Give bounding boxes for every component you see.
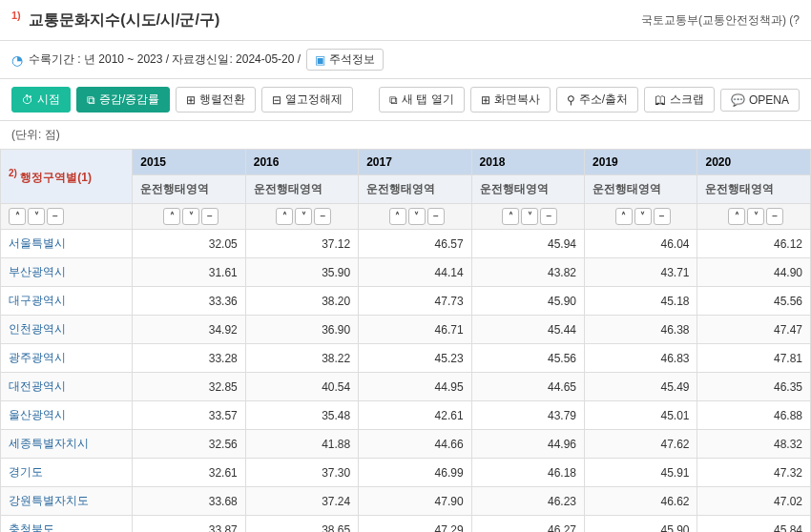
value-cell: 43.71 (585, 258, 697, 287)
expand-icon[interactable]: ˄ (9, 208, 26, 225)
value-cell: 41.88 (245, 430, 358, 459)
collapse-icon[interactable]: ˅ (182, 208, 199, 225)
region-cell[interactable]: 대구광역시 (1, 287, 133, 316)
expand-icon[interactable]: ˄ (389, 208, 406, 225)
value-cell: 35.90 (245, 258, 358, 287)
annotation-icon: ▣ (315, 53, 325, 67)
minus-icon[interactable]: − (427, 208, 445, 225)
annotation-button[interactable]: ▣ 주석정보 (306, 49, 384, 71)
value-cell: 38.22 (245, 344, 358, 373)
unit-label: (단위: 점) (0, 121, 811, 149)
value-cell: 46.35 (697, 373, 811, 401)
table-row: 세종특별자치시32.5641.8844.6644.9647.6248.32 (1, 430, 811, 459)
address-button[interactable]: ⚲ 주소/출처 (556, 87, 638, 113)
year-header[interactable]: 2020 (697, 150, 811, 175)
title-text: 교통문화지수(시도/시/군/구) (29, 11, 219, 28)
region-cell[interactable]: 경기도 (1, 459, 133, 487)
value-cell: 37.30 (245, 459, 358, 487)
value-cell: 45.23 (359, 344, 471, 373)
openapi-label: OPENA (749, 93, 789, 107)
value-cell: 33.28 (133, 344, 245, 373)
transpose-icon: ⊞ (186, 93, 196, 107)
region-cell[interactable]: 부산광역시 (1, 258, 133, 287)
minus-icon[interactable]: − (47, 208, 64, 225)
value-cell: 45.44 (471, 316, 584, 344)
table-row: 광주광역시33.2838.2245.2345.5646.8347.81 (1, 344, 811, 373)
minus-icon[interactable]: − (314, 208, 331, 225)
openapi-button[interactable]: 💬 OPENA (720, 89, 800, 112)
value-cell: 46.12 (697, 230, 811, 258)
value-cell: 46.38 (585, 316, 697, 344)
collapse-icon[interactable]: ˅ (28, 208, 45, 225)
collapse-icon[interactable]: ˅ (634, 208, 652, 225)
value-cell: 45.94 (471, 230, 584, 258)
year-header[interactable]: 2018 (471, 150, 584, 175)
region-cell[interactable]: 인천광역시 (1, 316, 133, 344)
value-cell: 46.71 (359, 316, 471, 344)
annotation-label: 주석정보 (329, 51, 375, 68)
collapse-icon[interactable]: ˅ (408, 208, 426, 225)
change-button[interactable]: ⧉ 증감/증감률 (76, 87, 170, 113)
year-header[interactable]: 2019 (585, 150, 697, 175)
unfix-button[interactable]: ⊟ 열고정해제 (261, 87, 353, 113)
year-header[interactable]: 2017 (359, 150, 471, 175)
value-cell: 44.65 (471, 373, 584, 401)
collapse-icon[interactable]: ˅ (747, 208, 764, 225)
minus-icon[interactable]: − (654, 208, 671, 225)
link-icon: ⚲ (567, 93, 575, 107)
transpose-button[interactable]: ⊞ 행렬전환 (176, 87, 256, 113)
region-cell[interactable]: 울산광역시 (1, 401, 133, 430)
value-cell: 44.90 (697, 258, 811, 287)
unfix-label: 열고정해제 (285, 92, 343, 108)
collapse-icon[interactable]: ˅ (295, 208, 312, 225)
value-cell: 33.36 (133, 287, 245, 316)
expand-icon[interactable]: ˄ (615, 208, 633, 225)
corner-sup: 2) (9, 168, 17, 178)
year-header[interactable]: 2016 (245, 150, 358, 175)
corner-text: 행정구역별(1) (20, 171, 92, 184)
copy-button[interactable]: ⊞ 화면복사 (470, 87, 551, 113)
table-row: 대전광역시32.8540.5444.9544.6545.4946.35 (1, 373, 811, 401)
value-cell: 45.90 (585, 516, 697, 532)
title-sup: 1) (11, 10, 21, 21)
region-cell[interactable]: 서울특별시 (1, 230, 133, 258)
value-cell: 45.90 (471, 287, 584, 316)
value-cell: 40.54 (245, 373, 358, 401)
region-cell[interactable]: 충청북도 (1, 516, 133, 532)
value-cell: 37.24 (245, 487, 358, 516)
value-cell: 38.65 (245, 516, 358, 532)
copy-icon: ⊞ (481, 93, 490, 107)
region-cell[interactable]: 광주광역시 (1, 344, 133, 373)
region-cell[interactable]: 강원특별자치도 (1, 487, 133, 516)
value-cell: 44.66 (359, 430, 471, 459)
value-cell: 47.47 (697, 316, 811, 344)
region-cell[interactable]: 대전광역시 (1, 373, 133, 401)
table-row: 인천광역시34.9236.9046.7145.4446.3847.47 (1, 316, 811, 344)
chart-icon: ⧉ (87, 93, 95, 107)
expand-icon[interactable]: ˄ (276, 208, 293, 225)
value-cell: 42.61 (359, 401, 471, 430)
expand-icon[interactable]: ˄ (502, 208, 519, 225)
expand-icon[interactable]: ˄ (728, 208, 745, 225)
minus-icon[interactable]: − (766, 208, 783, 225)
year-header[interactable]: 2015 (133, 150, 245, 175)
newtab-button[interactable]: ⧉ 새 탭 열기 (379, 87, 465, 113)
minus-icon[interactable]: − (201, 208, 218, 225)
value-cell: 43.79 (471, 401, 584, 430)
value-cell: 32.05 (133, 230, 245, 258)
expand-icon[interactable]: ˄ (163, 208, 180, 225)
corner-header: 2) 행정구역별(1) (1, 150, 133, 204)
subhead: 운전행태영역 (245, 175, 358, 204)
value-cell: 47.32 (697, 459, 811, 487)
value-cell: 47.02 (697, 487, 811, 516)
scrap-label: 스크랩 (670, 92, 704, 108)
minus-icon[interactable]: − (540, 208, 557, 225)
value-cell: 33.87 (133, 516, 245, 532)
region-cell[interactable]: 세종특별자치시 (1, 430, 133, 459)
scrap-button[interactable]: 🕮 스크랩 (644, 87, 715, 113)
view-button[interactable]: ⏱ 시점 (11, 87, 71, 113)
value-cell: 45.84 (697, 516, 811, 532)
table-row: 대구광역시33.3638.2047.7345.9045.1845.56 (1, 287, 811, 316)
collapse-icon[interactable]: ˅ (521, 208, 538, 225)
value-cell: 32.61 (133, 459, 245, 487)
